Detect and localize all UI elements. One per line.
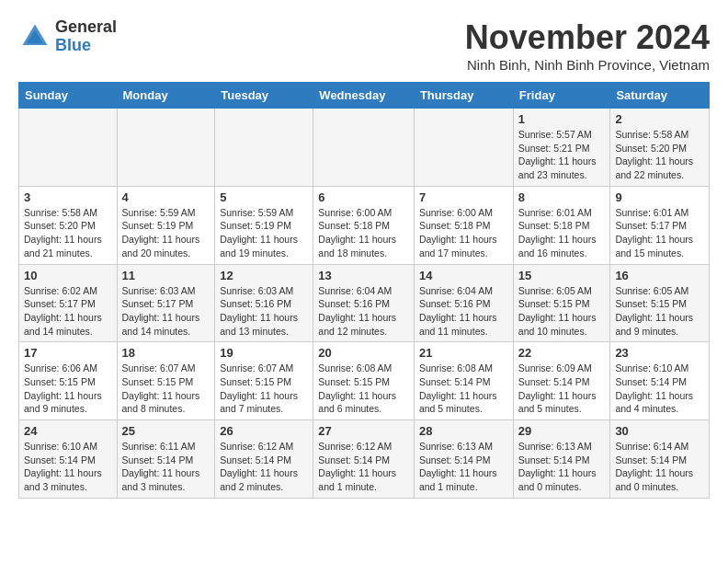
day-header: Sunday	[19, 83, 118, 109]
day-number: 13	[318, 269, 409, 282]
day-info: Sunrise: 6:12 AM Sunset: 5:14 PM Dayligh…	[318, 440, 409, 494]
day-info: Sunrise: 5:59 AM Sunset: 5:19 PM Dayligh…	[220, 206, 308, 260]
calendar-day-cell: 23Sunrise: 6:10 AM Sunset: 5:14 PM Dayli…	[610, 342, 710, 420]
calendar-day-cell: 26Sunrise: 6:12 AM Sunset: 5:14 PM Dayli…	[215, 420, 313, 499]
day-header: Tuesday	[215, 83, 313, 109]
day-number: 18	[122, 346, 210, 360]
month-title: November 2024	[465, 18, 710, 57]
day-number: 6	[318, 190, 409, 204]
day-number: 25	[122, 424, 210, 438]
day-info: Sunrise: 5:59 AM Sunset: 5:19 PM Dayligh…	[122, 206, 210, 260]
day-number: 15	[518, 269, 606, 282]
day-info: Sunrise: 6:04 AM Sunset: 5:16 PM Dayligh…	[318, 284, 409, 339]
day-number: 5	[220, 190, 308, 204]
calendar-day-cell: 3Sunrise: 5:58 AM Sunset: 5:20 PM Daylig…	[19, 186, 118, 264]
calendar-week-row: 24Sunrise: 6:10 AM Sunset: 5:14 PM Dayli…	[19, 420, 710, 499]
day-info: Sunrise: 5:58 AM Sunset: 5:20 PM Dayligh…	[24, 206, 112, 260]
calendar-day-cell: 17Sunrise: 6:06 AM Sunset: 5:15 PM Dayli…	[19, 342, 118, 420]
day-header: Thursday	[414, 83, 513, 109]
calendar-day-cell	[414, 109, 513, 187]
day-info: Sunrise: 6:00 AM Sunset: 5:18 PM Dayligh…	[318, 206, 409, 260]
calendar-day-cell: 24Sunrise: 6:10 AM Sunset: 5:14 PM Dayli…	[19, 420, 118, 499]
day-info: Sunrise: 6:05 AM Sunset: 5:15 PM Dayligh…	[518, 284, 606, 339]
calendar-table: SundayMondayTuesdayWednesdayThursdayFrid…	[18, 82, 710, 499]
day-number: 7	[419, 190, 508, 204]
day-info: Sunrise: 6:14 AM Sunset: 5:14 PM Dayligh…	[615, 440, 704, 494]
calendar-day-cell: 20Sunrise: 6:08 AM Sunset: 5:15 PM Dayli…	[313, 342, 415, 420]
calendar-day-cell: 13Sunrise: 6:04 AM Sunset: 5:16 PM Dayli…	[313, 264, 415, 342]
page-header: General Blue November 2024 Ninh Binh, Ni…	[18, 18, 710, 73]
day-info: Sunrise: 6:01 AM Sunset: 5:17 PM Dayligh…	[615, 206, 704, 260]
day-info: Sunrise: 5:57 AM Sunset: 5:21 PM Dayligh…	[518, 128, 606, 182]
calendar-day-cell	[313, 109, 415, 187]
calendar-day-cell: 1Sunrise: 5:57 AM Sunset: 5:21 PM Daylig…	[513, 109, 610, 187]
calendar-day-cell: 6Sunrise: 6:00 AM Sunset: 5:18 PM Daylig…	[313, 186, 415, 264]
calendar-week-row: 3Sunrise: 5:58 AM Sunset: 5:20 PM Daylig…	[19, 186, 710, 264]
day-info: Sunrise: 6:10 AM Sunset: 5:14 PM Dayligh…	[24, 440, 112, 494]
calendar-day-cell: 10Sunrise: 6:02 AM Sunset: 5:17 PM Dayli…	[19, 264, 118, 342]
calendar-day-cell: 7Sunrise: 6:00 AM Sunset: 5:18 PM Daylig…	[414, 186, 513, 264]
calendar-day-cell: 27Sunrise: 6:12 AM Sunset: 5:14 PM Dayli…	[313, 420, 415, 499]
calendar-day-cell: 12Sunrise: 6:03 AM Sunset: 5:16 PM Dayli…	[215, 264, 313, 342]
day-number: 11	[122, 269, 210, 282]
day-number: 20	[318, 346, 409, 360]
day-number: 29	[518, 424, 606, 438]
location-subtitle: Ninh Binh, Ninh Binh Province, Vietnam	[465, 57, 710, 73]
day-header: Wednesday	[313, 83, 415, 109]
day-info: Sunrise: 6:10 AM Sunset: 5:14 PM Dayligh…	[615, 362, 704, 416]
day-header: Saturday	[610, 83, 710, 109]
day-number: 8	[518, 190, 606, 204]
calendar-day-cell: 29Sunrise: 6:13 AM Sunset: 5:14 PM Dayli…	[513, 420, 610, 499]
day-info: Sunrise: 6:11 AM Sunset: 5:14 PM Dayligh…	[122, 440, 210, 494]
calendar-day-cell: 30Sunrise: 6:14 AM Sunset: 5:14 PM Dayli…	[610, 420, 710, 499]
calendar-day-cell: 9Sunrise: 6:01 AM Sunset: 5:17 PM Daylig…	[610, 186, 710, 264]
day-info: Sunrise: 6:03 AM Sunset: 5:17 PM Dayligh…	[122, 284, 210, 339]
calendar-day-cell: 5Sunrise: 5:59 AM Sunset: 5:19 PM Daylig…	[215, 186, 313, 264]
calendar-week-row: 17Sunrise: 6:06 AM Sunset: 5:15 PM Dayli…	[19, 342, 710, 420]
day-info: Sunrise: 6:12 AM Sunset: 5:14 PM Dayligh…	[220, 440, 308, 494]
calendar-day-cell: 25Sunrise: 6:11 AM Sunset: 5:14 PM Dayli…	[117, 420, 215, 499]
day-header: Friday	[513, 83, 610, 109]
day-number: 4	[122, 190, 210, 204]
calendar-day-cell	[19, 109, 118, 187]
day-info: Sunrise: 6:04 AM Sunset: 5:16 PM Dayligh…	[419, 284, 508, 339]
logo-blue-text: Blue	[55, 37, 117, 55]
day-info: Sunrise: 6:07 AM Sunset: 5:15 PM Dayligh…	[122, 362, 210, 416]
day-number: 27	[318, 424, 409, 438]
calendar-day-cell: 16Sunrise: 6:05 AM Sunset: 5:15 PM Dayli…	[610, 264, 710, 342]
day-number: 30	[615, 424, 704, 438]
calendar-day-cell: 8Sunrise: 6:01 AM Sunset: 5:18 PM Daylig…	[513, 186, 610, 264]
day-number: 3	[24, 190, 112, 204]
day-number: 19	[220, 346, 308, 360]
calendar-day-cell: 4Sunrise: 5:59 AM Sunset: 5:19 PM Daylig…	[117, 186, 215, 264]
day-info: Sunrise: 5:58 AM Sunset: 5:20 PM Dayligh…	[615, 128, 704, 182]
calendar-day-cell: 2Sunrise: 5:58 AM Sunset: 5:20 PM Daylig…	[610, 109, 710, 187]
day-number: 24	[24, 424, 112, 438]
calendar-day-cell: 15Sunrise: 6:05 AM Sunset: 5:15 PM Dayli…	[513, 264, 610, 342]
day-info: Sunrise: 6:01 AM Sunset: 5:18 PM Dayligh…	[518, 206, 606, 260]
header-row: SundayMondayTuesdayWednesdayThursdayFrid…	[19, 83, 710, 109]
day-info: Sunrise: 6:05 AM Sunset: 5:15 PM Dayligh…	[615, 284, 704, 339]
day-number: 1	[518, 112, 606, 126]
day-number: 22	[518, 346, 606, 360]
day-info: Sunrise: 6:06 AM Sunset: 5:15 PM Dayligh…	[24, 362, 112, 416]
calendar-day-cell: 11Sunrise: 6:03 AM Sunset: 5:17 PM Dayli…	[117, 264, 215, 342]
calendar-day-cell: 19Sunrise: 6:07 AM Sunset: 5:15 PM Dayli…	[215, 342, 313, 420]
calendar-day-cell: 21Sunrise: 6:08 AM Sunset: 5:14 PM Dayli…	[414, 342, 513, 420]
day-header: Monday	[117, 83, 215, 109]
calendar-day-cell	[117, 109, 215, 187]
day-info: Sunrise: 6:08 AM Sunset: 5:14 PM Dayligh…	[419, 362, 508, 416]
logo-text: General Blue	[55, 18, 117, 55]
title-block: November 2024 Ninh Binh, Ninh Binh Provi…	[465, 18, 710, 73]
logo: General Blue	[18, 18, 117, 55]
day-number: 16	[615, 269, 704, 282]
calendar-day-cell	[215, 109, 313, 187]
day-number: 23	[615, 346, 704, 360]
day-info: Sunrise: 6:13 AM Sunset: 5:14 PM Dayligh…	[419, 440, 508, 494]
day-info: Sunrise: 6:13 AM Sunset: 5:14 PM Dayligh…	[518, 440, 606, 494]
day-number: 10	[24, 269, 112, 282]
day-number: 26	[220, 424, 308, 438]
day-info: Sunrise: 6:09 AM Sunset: 5:14 PM Dayligh…	[518, 362, 606, 416]
day-number: 9	[615, 190, 704, 204]
calendar-day-cell: 28Sunrise: 6:13 AM Sunset: 5:14 PM Dayli…	[414, 420, 513, 499]
